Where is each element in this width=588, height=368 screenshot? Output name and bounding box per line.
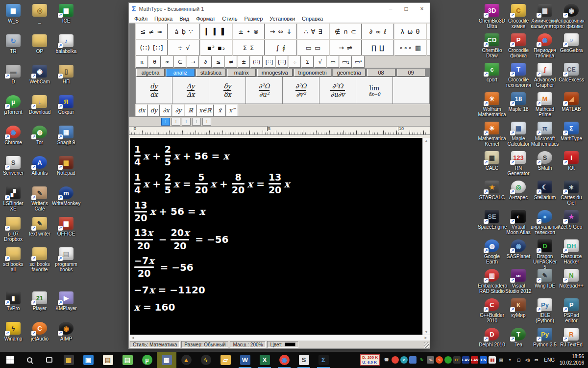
small-symbol-button[interactable]: ∈ [174, 56, 186, 68]
tray-icon[interactable]: ▢ [515, 356, 522, 364]
tray-icon[interactable] [444, 356, 452, 364]
desktop-icon[interactable]: ★ ↗ Zet 9 Geo [558, 210, 585, 239]
template-partial-uv[interactable]: ∂²Ω∂u∂v [319, 77, 356, 104]
tray-icon[interactable]: FF [453, 356, 461, 364]
small-symbol-button[interactable]: [∷] [263, 56, 275, 68]
equation-canvas[interactable]: 14x + 25x + 56 = x14x + 25x = 520x + 820… [130, 138, 422, 335]
status-color[interactable]: Цвет: [267, 341, 298, 348]
small-symbol-button[interactable]: ∂ [199, 56, 212, 68]
resize-grip[interactable] [424, 342, 429, 348]
desktop-icon[interactable]: ✳ ↗ Wolfram Mathematica [479, 92, 505, 122]
symbol-palette-button[interactable]: ∉ ∩ ⊂ [330, 24, 362, 39]
desktop-icon[interactable]: T ↗ Crocodile технология [505, 63, 532, 92]
desktop-icon[interactable]: ◉ ↗ Chrome [0, 126, 26, 156]
category-tab[interactable]: 08 [367, 69, 395, 77]
taskbar-app-button[interactable]: ▦ [157, 352, 176, 368]
small-symbol-button[interactable]: ÷ [289, 56, 301, 68]
desktop-icon[interactable]: ✎ ↗ text writer [26, 217, 53, 247]
template-delta-y-x[interactable]: ΔyΔx [172, 77, 209, 104]
title-bar[interactable]: Σ MathType - Безымянный 1 – □ × [129, 3, 430, 15]
desktop-icon[interactable]: ▤ ↗ OFFICE [53, 217, 79, 247]
desktop-icon[interactable]: ◍ ↗ Google Earth [479, 239, 505, 269]
taskbar-app-button[interactable]: ▤ [118, 352, 137, 368]
desktop-icon[interactable]: ↗ OP [26, 34, 53, 65]
desktop-icon[interactable]: ◉ ↗ AIMP [53, 322, 79, 352]
small-symbol-button[interactable]: ≤ [212, 56, 224, 68]
small-symbol-button[interactable]: (∷) [250, 56, 263, 68]
quick-symbol-button[interactable]: x‴ [226, 105, 238, 116]
desktop-icon[interactable]: SE ↗ SpaceEngine [479, 210, 505, 239]
desktop-icon[interactable]: ☾ ↗ Stellarium [532, 181, 558, 210]
status-zoom[interactable]: Масш.: 200% [230, 341, 266, 348]
tray-icon[interactable] [409, 356, 416, 364]
desktop-icon[interactable]: ▤ ↗ ICE [53, 4, 79, 34]
scroll-left-icon[interactable]: ◄ [131, 336, 135, 340]
scroll-down-icon[interactable]: ▼ [425, 330, 428, 334]
tray-icon[interactable]: % [427, 356, 434, 364]
template-palette-button[interactable]: ÷ √ [168, 40, 200, 55]
desktop-icon[interactable]: ∗ ↗ Cartes du Ciel [558, 181, 585, 210]
template-palette-button[interactable]: ∏ ∐ [362, 40, 394, 55]
template-palette-button[interactable]: ▭ ▭ [297, 40, 329, 55]
template-palette-button[interactable]: Σ Σ [233, 40, 265, 55]
desktop-icon[interactable]: ▦ ↗ Maple Calculator [505, 122, 532, 151]
desktop-icon[interactable]: ◉ ↗ справочник по физике [558, 4, 585, 33]
category-tab[interactable]: geometria [333, 69, 366, 77]
desktop-icon[interactable]: ↗ p_07 Dropbox [0, 217, 26, 247]
quick-symbol-button[interactable]: ẍ [214, 105, 226, 116]
desktop-icon[interactable]: C ↗ Crocodile химия [505, 4, 532, 33]
menu-item[interactable]: Установки [266, 16, 298, 22]
template-palette-button[interactable]: → ⇌ [330, 40, 362, 55]
desktop-icon[interactable]: ◉ ↗ WebCam [26, 65, 53, 95]
desktop-icon[interactable]: S ↗ SMath [532, 151, 558, 181]
taskbar-app-button[interactable]: X [255, 352, 274, 368]
small-symbol-button[interactable]: ▭¹ [352, 56, 365, 68]
desktop-icon[interactable]: ▦ ↗ Notepad [53, 156, 79, 186]
start-button[interactable] [0, 352, 20, 368]
desktop-icon[interactable]: ◉ ↗ SASPlanet [505, 239, 532, 269]
template-empty-cell[interactable] [393, 77, 430, 104]
category-tab[interactable]: analiz [166, 69, 195, 77]
insert-arrow-button-selected[interactable]: ↑ [161, 118, 170, 126]
template-limit[interactable]: limδx→0 [356, 77, 393, 104]
desktop-icon[interactable]: µ ↗ µTorrent [0, 95, 26, 126]
desktop-icon[interactable]: Py ↗ IDLE (Python) [532, 298, 558, 328]
menu-item[interactable]: Размер [241, 16, 266, 22]
category-tab[interactable]: mnogestva [257, 69, 293, 77]
symbol-palette-button[interactable]: ≤ ≠ ≈ [136, 24, 168, 39]
symbol-palette-button[interactable]: Λ Ω Θ [427, 24, 430, 39]
desktop-icon[interactable]: ▦ ↗ CALC [479, 151, 505, 181]
desktop-icon[interactable]: ↗ sci books favorite [26, 247, 53, 278]
template-partial-v[interactable]: ∂²Ω∂v² [283, 77, 319, 104]
quick-symbol-button[interactable]: dx [136, 105, 147, 116]
template-palette-button[interactable]: ∘∘∘ ▦ [394, 40, 426, 55]
tray-icon[interactable]: ☎ [383, 356, 390, 364]
desktop-icon[interactable]: 21 ↗ Player [26, 291, 53, 322]
menu-item[interactable]: Вид [176, 16, 193, 22]
language-indicator[interactable]: ENG [541, 357, 557, 363]
small-symbol-button[interactable]: Σ [301, 56, 314, 68]
desktop-icon[interactable]: ◉ ↗ Периодич таблица [532, 33, 558, 63]
tray-icon[interactable]: EN [480, 356, 487, 364]
desktop-icon[interactable]: ↻ ↗ TR [0, 34, 26, 65]
desktop-icon[interactable]: ▬ ↗ D [0, 65, 26, 95]
symbol-palette-button[interactable]: λ ω θ [394, 24, 426, 39]
category-tab[interactable]: statistica [196, 69, 226, 77]
horizontal-scrollbar[interactable]: ◄ ► [129, 335, 430, 341]
desktop-icon[interactable]: ϟ ↗ Winamp [0, 322, 26, 352]
desktop-icon[interactable]: ▮ ↗ TvPro [0, 291, 26, 322]
search-button[interactable] [20, 352, 39, 368]
desktop-icon[interactable]: ▯ ↗ НП [53, 65, 79, 95]
net-speed-badge[interactable]: D: 200 K U: 6.0 K [360, 354, 380, 365]
small-symbol-button[interactable]: ▭₁ [340, 56, 352, 68]
taskbar-app-button[interactable]: ϟ [196, 352, 216, 368]
small-symbol-button[interactable]: π [136, 56, 148, 68]
category-tab[interactable]: trigonometri [294, 69, 331, 77]
insert-arrow-button[interactable]: ↑ [192, 118, 201, 126]
desktop-icon[interactable]: CE ↗ CalcExcess [558, 63, 585, 92]
taskbar-app-button[interactable]: ◉ [274, 352, 294, 368]
status-style[interactable]: Стиль: Математика [130, 341, 180, 348]
desktop-icon[interactable]: π ↗ Microsoft Mathematics [532, 122, 558, 151]
small-symbol-button[interactable]: θ [148, 56, 161, 68]
desktop-icon[interactable]: ✎ ↗ Wing IDE [532, 269, 558, 298]
